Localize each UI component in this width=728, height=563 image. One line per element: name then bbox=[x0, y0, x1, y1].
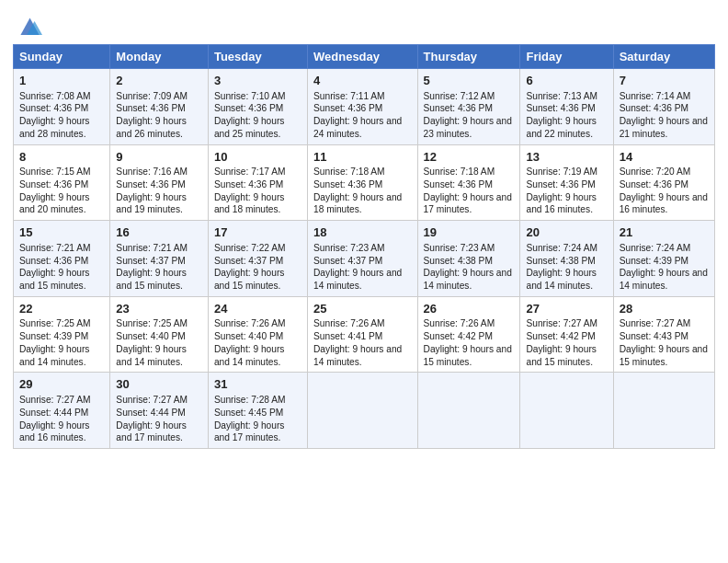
sunset-label: Sunset: 4:36 PM bbox=[526, 103, 595, 113]
daylight-label: Daylight: 9 hours and 16 minutes. bbox=[19, 420, 89, 443]
week-row-5: 29Sunrise: 7:27 AMSunset: 4:44 PMDayligh… bbox=[14, 373, 715, 449]
sunset-label: Sunset: 4:41 PM bbox=[313, 331, 382, 341]
daylight-label: Daylight: 9 hours and 22 minutes. bbox=[526, 116, 596, 139]
week-row-3: 15Sunrise: 7:21 AMSunset: 4:36 PMDayligh… bbox=[14, 221, 715, 297]
day-number: 29 bbox=[19, 376, 104, 393]
sunset-label: Sunset: 4:44 PM bbox=[116, 408, 185, 418]
day-number: 14 bbox=[620, 149, 709, 166]
daylight-label: Daylight: 9 hours and 15 minutes. bbox=[214, 268, 284, 291]
sunset-label: Sunset: 4:36 PM bbox=[19, 256, 88, 266]
sunrise-label: Sunrise: 7:23 AM bbox=[313, 243, 385, 253]
sunset-label: Sunset: 4:43 PM bbox=[620, 331, 688, 341]
daylight-label: Daylight: 9 hours and 15 minutes. bbox=[620, 344, 708, 367]
sunset-label: Sunset: 4:39 PM bbox=[19, 331, 88, 341]
calendar-cell: 15Sunrise: 7:21 AMSunset: 4:36 PMDayligh… bbox=[14, 221, 110, 297]
sunrise-label: Sunrise: 7:26 AM bbox=[214, 318, 286, 328]
sunrise-label: Sunrise: 7:25 AM bbox=[19, 318, 91, 328]
sunrise-label: Sunrise: 7:26 AM bbox=[424, 318, 495, 328]
calendar-cell: 5Sunrise: 7:12 AMSunset: 4:36 PMDaylight… bbox=[417, 69, 520, 145]
day-number: 15 bbox=[19, 224, 104, 241]
daylight-label: Daylight: 9 hours and 19 minutes. bbox=[116, 192, 186, 215]
day-number: 1 bbox=[19, 73, 104, 89]
day-number: 16 bbox=[116, 224, 202, 241]
daylight-label: Daylight: 9 hours and 24 minutes. bbox=[313, 116, 402, 139]
sunset-label: Sunset: 4:36 PM bbox=[313, 179, 382, 190]
daylight-label: Daylight: 9 hours and 14 minutes. bbox=[19, 344, 89, 367]
sunrise-label: Sunrise: 7:10 AM bbox=[214, 91, 286, 101]
calendar-cell: 31Sunrise: 7:28 AMSunset: 4:45 PMDayligh… bbox=[208, 373, 307, 449]
sunrise-label: Sunrise: 7:27 AM bbox=[620, 318, 691, 328]
sunrise-label: Sunrise: 7:26 AM bbox=[313, 318, 385, 328]
day-number: 6 bbox=[526, 73, 607, 89]
daylight-label: Daylight: 9 hours and 14 minutes. bbox=[313, 344, 402, 367]
daylight-label: Daylight: 9 hours and 15 minutes. bbox=[116, 268, 186, 291]
sunset-label: Sunset: 4:37 PM bbox=[116, 256, 185, 266]
sunrise-label: Sunrise: 7:27 AM bbox=[526, 318, 597, 328]
daylight-label: Daylight: 9 hours and 14 minutes. bbox=[620, 268, 708, 291]
daylight-label: Daylight: 9 hours and 17 minutes. bbox=[424, 192, 512, 215]
sunrise-label: Sunrise: 7:19 AM bbox=[526, 167, 597, 177]
sunset-label: Sunset: 4:36 PM bbox=[116, 103, 185, 113]
day-number: 27 bbox=[526, 301, 607, 317]
day-number: 17 bbox=[214, 224, 301, 241]
calendar-cell: 2Sunrise: 7:09 AMSunset: 4:36 PMDaylight… bbox=[110, 69, 209, 145]
sunrise-label: Sunrise: 7:13 AM bbox=[526, 91, 597, 101]
sunrise-label: Sunrise: 7:09 AM bbox=[116, 91, 188, 101]
sunset-label: Sunset: 4:36 PM bbox=[424, 103, 493, 113]
sunset-label: Sunset: 4:39 PM bbox=[620, 256, 688, 266]
sunset-label: Sunset: 4:45 PM bbox=[214, 408, 283, 418]
sunrise-label: Sunrise: 7:20 AM bbox=[620, 167, 691, 177]
calendar-cell: 21Sunrise: 7:24 AMSunset: 4:39 PMDayligh… bbox=[613, 221, 714, 297]
sunset-label: Sunset: 4:38 PM bbox=[424, 256, 493, 266]
sunset-label: Sunset: 4:42 PM bbox=[424, 331, 493, 341]
sunset-label: Sunset: 4:36 PM bbox=[19, 103, 88, 113]
daylight-label: Daylight: 9 hours and 23 minutes. bbox=[424, 116, 512, 139]
calendar-cell bbox=[308, 373, 418, 449]
logo bbox=[13, 13, 46, 39]
sunrise-label: Sunrise: 7:17 AM bbox=[214, 167, 286, 177]
col-header-monday: Monday bbox=[110, 45, 209, 69]
sunrise-label: Sunrise: 7:24 AM bbox=[620, 243, 691, 253]
calendar-cell: 27Sunrise: 7:27 AMSunset: 4:42 PMDayligh… bbox=[520, 296, 613, 373]
day-number: 13 bbox=[526, 149, 607, 166]
day-number: 30 bbox=[116, 376, 202, 393]
sunrise-label: Sunrise: 7:18 AM bbox=[313, 167, 385, 177]
calendar-cell: 19Sunrise: 7:23 AMSunset: 4:38 PMDayligh… bbox=[417, 221, 520, 297]
sunrise-label: Sunrise: 7:16 AM bbox=[116, 167, 188, 177]
day-number: 7 bbox=[620, 73, 709, 89]
calendar-cell: 11Sunrise: 7:18 AMSunset: 4:36 PMDayligh… bbox=[308, 144, 418, 221]
sunrise-label: Sunrise: 7:22 AM bbox=[214, 243, 286, 253]
sunrise-label: Sunrise: 7:12 AM bbox=[424, 91, 495, 101]
calendar-cell: 17Sunrise: 7:22 AMSunset: 4:37 PMDayligh… bbox=[208, 221, 307, 297]
week-row-4: 22Sunrise: 7:25 AMSunset: 4:39 PMDayligh… bbox=[14, 296, 715, 373]
daylight-label: Daylight: 9 hours and 14 minutes. bbox=[313, 268, 402, 291]
page-container: SundayMondayTuesdayWednesdayThursdayFrid… bbox=[0, 0, 728, 456]
calendar-cell: 7Sunrise: 7:14 AMSunset: 4:36 PMDaylight… bbox=[613, 69, 714, 145]
calendar-cell: 10Sunrise: 7:17 AMSunset: 4:36 PMDayligh… bbox=[208, 144, 307, 221]
sunrise-label: Sunrise: 7:14 AM bbox=[620, 91, 691, 101]
sunset-label: Sunset: 4:37 PM bbox=[214, 256, 283, 266]
day-number: 21 bbox=[620, 224, 709, 241]
sunset-label: Sunset: 4:36 PM bbox=[424, 179, 493, 190]
calendar-cell: 8Sunrise: 7:15 AMSunset: 4:36 PMDaylight… bbox=[14, 144, 110, 221]
daylight-label: Daylight: 9 hours and 14 minutes. bbox=[526, 268, 596, 291]
day-number: 25 bbox=[313, 301, 412, 317]
calendar-cell: 14Sunrise: 7:20 AMSunset: 4:36 PMDayligh… bbox=[613, 144, 714, 221]
sunset-label: Sunset: 4:38 PM bbox=[526, 256, 595, 266]
daylight-label: Daylight: 9 hours and 26 minutes. bbox=[116, 116, 186, 139]
day-number: 12 bbox=[424, 149, 515, 166]
calendar-cell: 29Sunrise: 7:27 AMSunset: 4:44 PMDayligh… bbox=[14, 373, 110, 449]
day-number: 19 bbox=[424, 224, 515, 241]
day-number: 18 bbox=[313, 224, 412, 241]
sunset-label: Sunset: 4:36 PM bbox=[620, 103, 688, 113]
sunset-label: Sunset: 4:40 PM bbox=[214, 331, 283, 341]
sunset-label: Sunset: 4:40 PM bbox=[116, 331, 185, 341]
day-number: 5 bbox=[424, 73, 515, 89]
day-number: 23 bbox=[116, 301, 202, 317]
calendar-cell: 4Sunrise: 7:11 AMSunset: 4:36 PMDaylight… bbox=[308, 69, 418, 145]
sunrise-label: Sunrise: 7:23 AM bbox=[424, 243, 495, 253]
day-number: 28 bbox=[620, 301, 709, 317]
daylight-label: Daylight: 9 hours and 15 minutes. bbox=[424, 344, 512, 367]
sunrise-label: Sunrise: 7:28 AM bbox=[214, 395, 286, 405]
day-number: 31 bbox=[214, 376, 301, 393]
